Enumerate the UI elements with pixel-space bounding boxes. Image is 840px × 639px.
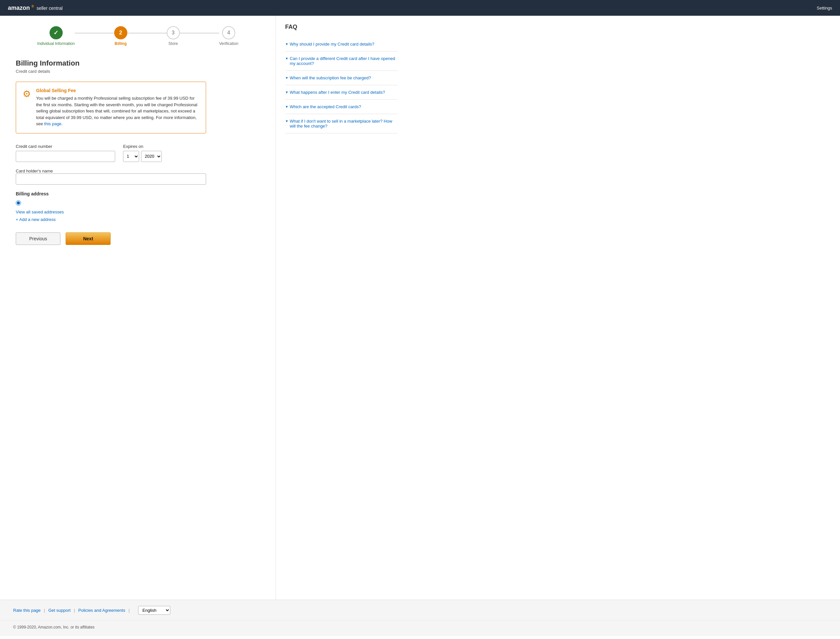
seller-central-text: seller central: [37, 6, 62, 11]
chevron-icon-1: ▼: [285, 42, 289, 46]
fee-link[interactable]: this page.: [44, 121, 63, 126]
amazon-text: amazon: [8, 5, 30, 11]
step-1: Individual Information: [37, 26, 75, 46]
chevron-icon-6: ▼: [285, 119, 289, 123]
step-3: 3 Store: [167, 26, 180, 46]
year-select[interactable]: 2020202120222023202420252026202720282029…: [141, 151, 162, 162]
faq-item-4: ▼ What happens after I enter my Credit c…: [285, 85, 398, 100]
step-2-label: Billing: [115, 41, 127, 46]
cardholder-label: Card holder's name: [16, 168, 53, 173]
settings-link[interactable]: Settings: [817, 6, 832, 11]
cardholder-group: Card holder's name: [16, 168, 206, 184]
footer-copyright: © 1999-2020, Amazon.com, Inc. or its aff…: [0, 621, 840, 636]
add-address-link[interactable]: + Add a new address: [16, 217, 56, 222]
cc-expires-row: Credit card number Expires on 1234567891…: [16, 144, 206, 162]
previous-button[interactable]: Previous: [16, 232, 61, 245]
faq-question-6-text: What if I don't want to sell in a market…: [290, 119, 398, 129]
faq-question-6[interactable]: ▼ What if I don't want to sell in a mark…: [285, 119, 398, 129]
language-select[interactable]: EnglishDeutschEspañolFrançaisItaliano日本語…: [138, 606, 170, 615]
divider-1: |: [44, 608, 45, 613]
fee-text: You will be charged a monthly Profession…: [36, 95, 199, 127]
step-3-label: Store: [168, 41, 178, 46]
fee-icon: ⚙: [22, 89, 31, 127]
amazon-logo: amazon ® seller central: [8, 5, 63, 11]
faq-question-3[interactable]: ▼ When will the subscription fee be char…: [285, 75, 398, 80]
step-connector-3-4: [180, 33, 219, 33]
divider-2: |: [74, 608, 75, 613]
fee-title: Global Selling Fee: [36, 88, 199, 93]
view-addresses-link[interactable]: View all saved addresses: [16, 210, 206, 215]
faq-question-1[interactable]: ▼ Why should I provide my Credit card de…: [285, 41, 398, 46]
faq-question-5[interactable]: ▼ Which are the accepted Credit cards?: [285, 104, 398, 109]
billing-address-radio[interactable]: [16, 200, 21, 205]
faq-title: FAQ: [285, 24, 398, 30]
chevron-icon-3: ▼: [285, 76, 289, 79]
next-button[interactable]: Next: [65, 232, 110, 245]
support-link[interactable]: Get support: [48, 608, 70, 613]
step-connector-2-3: [127, 33, 167, 33]
chevron-icon-5: ▼: [285, 105, 289, 108]
faq-sidebar: FAQ ▼ Why should I provide my Credit car…: [276, 16, 407, 600]
step-4: 4 Verification: [219, 26, 239, 46]
buttons-row: Previous Next: [16, 232, 260, 245]
faq-question-4-text: What happens after I enter my Credit car…: [290, 90, 385, 95]
main-container: Individual Information 2 Billing 3 Store…: [0, 16, 840, 600]
faq-question-2-text: Can I provide a different Credit card af…: [290, 56, 398, 66]
faq-item-3: ▼ When will the subscription fee be char…: [285, 71, 398, 85]
faq-question-2[interactable]: ▼ Can I provide a different Credit card …: [285, 56, 398, 66]
step-2: 2 Billing: [114, 26, 127, 46]
faq-item-6: ▼ What if I don't want to sell in a mark…: [285, 114, 398, 134]
faq-question-5-text: Which are the accepted Credit cards?: [290, 104, 361, 109]
footer-bar: Rate this page | Get support | Policies …: [0, 600, 840, 621]
step-4-label: Verification: [219, 41, 239, 46]
expires-label: Expires on: [123, 144, 206, 149]
content-area: Individual Information 2 Billing 3 Store…: [0, 16, 276, 600]
logo-area: amazon ® seller central: [8, 5, 63, 11]
cc-label: Credit card number: [16, 144, 115, 149]
step-connector-1-2: [75, 33, 114, 33]
radio-group: [16, 200, 206, 205]
billing-address-label: Billing address: [16, 191, 206, 196]
billing-subtitle: Credit card details: [16, 69, 260, 74]
fee-content: Global Selling Fee You will be charged a…: [36, 88, 199, 127]
step-2-circle: 2: [114, 26, 127, 39]
step-4-circle: 4: [222, 26, 235, 39]
cc-input[interactable]: [16, 151, 115, 162]
faq-item-2: ▼ Can I provide a different Credit card …: [285, 51, 398, 71]
chevron-icon-2: ▼: [285, 57, 289, 60]
faq-question-4[interactable]: ▼ What happens after I enter my Credit c…: [285, 90, 398, 95]
check-icon: [54, 29, 58, 37]
cc-group: Credit card number: [16, 144, 115, 162]
policies-link[interactable]: Policies and Agreements: [78, 608, 125, 613]
step-1-label: Individual Information: [37, 41, 75, 46]
cardholder-input[interactable]: [16, 173, 206, 184]
global-selling-fee-box: ⚙ Global Selling Fee You will be charged…: [16, 82, 206, 134]
faq-item-5: ▼ Which are the accepted Credit cards?: [285, 100, 398, 114]
chevron-icon-4: ▼: [285, 91, 289, 94]
copyright-text: © 1999-2020, Amazon.com, Inc. or its aff…: [13, 625, 94, 629]
month-select[interactable]: 123456789101112: [123, 151, 139, 162]
faq-question-3-text: When will the subscription fee be charge…: [290, 75, 371, 80]
step-3-circle: 3: [167, 26, 180, 39]
faq-item-1: ▼ Why should I provide my Credit card de…: [285, 37, 398, 51]
billing-title: Billing Information: [16, 59, 260, 68]
expires-selects: 123456789101112 202020212022202320242025…: [123, 151, 206, 162]
faq-question-1-text: Why should I provide my Credit card deta…: [290, 41, 375, 46]
step-1-circle: [49, 26, 63, 39]
billing-address-section: Billing address View all saved addresses…: [16, 191, 206, 222]
divider-3: |: [129, 608, 130, 613]
header: amazon ® seller central Settings: [0, 0, 840, 16]
rate-link[interactable]: Rate this page: [13, 608, 41, 613]
expires-group: Expires on 123456789101112 2020202120222…: [123, 144, 206, 162]
progress-steps: Individual Information 2 Billing 3 Store…: [16, 26, 260, 46]
